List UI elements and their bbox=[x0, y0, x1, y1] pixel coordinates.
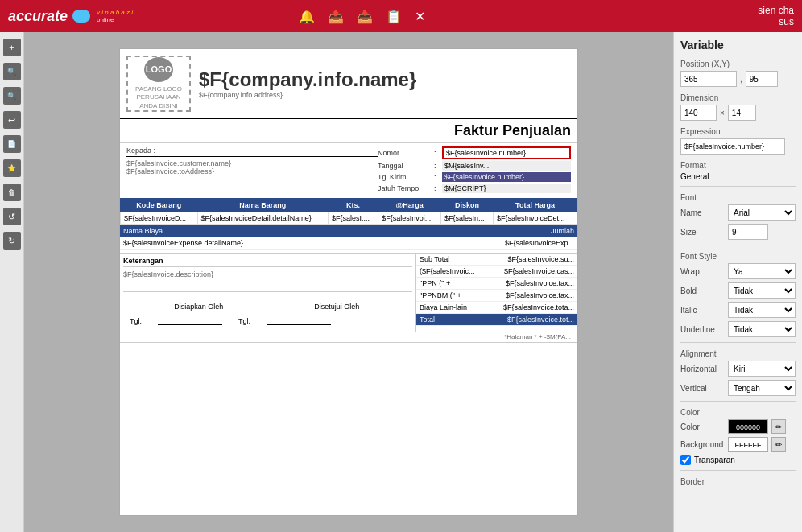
top-bar: accurate v i n a b a z i online 🔔 📤 📥 📋 … bbox=[0, 0, 802, 32]
format-label: Format bbox=[680, 161, 796, 170]
dimension-row: × bbox=[680, 105, 796, 121]
main-layout: + 🔍 🔍 ↩ 📄 ⭐ 🗑 ↺ ↻ LOGO PASANG LOGO PERUS… bbox=[0, 32, 802, 532]
cloud-icon bbox=[72, 10, 90, 23]
kepada-label: Kepada : bbox=[126, 146, 378, 157]
keterangan-var: $F{salesInvoice.description} bbox=[123, 270, 412, 278]
col-kode: Kode Barang bbox=[121, 199, 198, 212]
keterangan-label: Keterangan bbox=[123, 257, 412, 265]
sidebar-star-btn[interactable]: ⭐ bbox=[3, 159, 21, 177]
color-picker-btn[interactable]: ✏ bbox=[771, 419, 786, 434]
position-row: , bbox=[680, 71, 796, 87]
invoice-title-section: Faktur Penjualan bbox=[120, 119, 577, 143]
toolbar-import-icon[interactable]: 📥 bbox=[357, 9, 373, 24]
format-row: General bbox=[680, 172, 796, 181]
dimension-label: Dimension bbox=[680, 93, 796, 102]
sidebar-rotate-right-btn[interactable]: ↻ bbox=[3, 232, 21, 250]
toolbar-icons: 🔔 📤 📥 📋 ✕ bbox=[299, 9, 425, 24]
tglkirim-colon: : bbox=[434, 173, 442, 181]
sidebar-undo-btn[interactable]: ↩ bbox=[3, 111, 21, 129]
total-row-ppnbm: "PPNBM (" + $F{salesInvoice.tax... bbox=[416, 290, 577, 302]
tanggal-value: $M{salesInv... bbox=[442, 161, 571, 171]
cash-label: ($F{salesInvoic... bbox=[420, 267, 475, 275]
dimension-w-input[interactable] bbox=[680, 105, 717, 121]
font-size-input[interactable] bbox=[728, 224, 768, 240]
toolbar-close-icon[interactable]: ✕ bbox=[415, 9, 425, 24]
col-harga: @Harga bbox=[378, 199, 441, 212]
keterangan-divider bbox=[123, 266, 412, 267]
signatures-area: Disiapkan Oleh Disetujui Oleh Tgl. Tgl. bbox=[123, 291, 412, 328]
vertical-select[interactable]: Tengah Atas Bawah bbox=[728, 380, 796, 396]
invoice-to: Kepada : $F{salesInvoice.customer.name} … bbox=[126, 146, 378, 195]
sig-disiapkan: Disiapkan Oleh bbox=[159, 299, 239, 311]
tglkirim-label: Tgl Kirim bbox=[378, 173, 434, 181]
dimension-h-input[interactable] bbox=[728, 105, 756, 121]
color-value: 000000 bbox=[736, 423, 760, 431]
invoice-fields: Nomor : $F{salesInvoice.number} Tanggal … bbox=[378, 146, 571, 195]
total-value: $F{salesInvoice.tot... bbox=[507, 315, 574, 324]
sidebar-add-btn[interactable]: + bbox=[3, 39, 21, 56]
expression-input[interactable] bbox=[680, 138, 785, 155]
ppnbm-label: "PPNBM (" + bbox=[420, 291, 461, 299]
subtotal-label: Sub Total bbox=[420, 255, 449, 263]
background-color-picker-btn[interactable]: ✏ bbox=[771, 437, 786, 452]
invoice-title: Faktur Penjualan bbox=[126, 122, 571, 139]
nomor-colon: : bbox=[434, 149, 442, 157]
bold-select[interactable]: Tidak Ya bbox=[728, 282, 796, 299]
transparent-checkbox[interactable] bbox=[680, 455, 691, 465]
placeholder-line1: PASANG LOGO bbox=[135, 85, 182, 93]
nomor-value: $F{salesInvoice.number} bbox=[442, 146, 571, 159]
left-sidebar: + 🔍 🔍 ↩ 📄 ⭐ 🗑 ↺ ↻ bbox=[0, 32, 24, 532]
canvas-area[interactable]: LOGO PASANG LOGO PERUSAHAAN ANDA DISINI … bbox=[24, 32, 673, 532]
tgl-line1 bbox=[158, 317, 222, 325]
expense-header-right: Jumlah bbox=[551, 227, 574, 235]
ppn-value: $F{salesInvoice.tax... bbox=[506, 279, 574, 287]
placeholder-line2: PERUSAHAAN bbox=[135, 93, 182, 101]
font-size-row: Size bbox=[680, 224, 796, 240]
sidebar-rotate-left-btn[interactable]: ↺ bbox=[3, 208, 21, 225]
col-diskon: Diskon bbox=[440, 199, 493, 212]
page-info: *Halaman * + -$M{PA... bbox=[120, 332, 577, 342]
logo-circle: LOGO bbox=[144, 57, 173, 82]
position-y-input[interactable] bbox=[746, 71, 778, 87]
position-label: Position (X,Y) bbox=[680, 60, 796, 68]
color-section-label: Color bbox=[680, 408, 796, 417]
transparent-label: Transparan bbox=[694, 456, 735, 464]
sidebar-zoom-in-btn[interactable]: 🔍 bbox=[3, 63, 21, 80]
sidebar-zoom-out-btn[interactable]: 🔍 bbox=[3, 87, 21, 105]
sidebar-page-btn[interactable]: 📄 bbox=[3, 135, 21, 153]
expression-row bbox=[680, 138, 796, 155]
toolbar-bell-icon[interactable]: 🔔 bbox=[299, 9, 315, 24]
toolbar-clipboard-icon[interactable]: 📋 bbox=[386, 9, 402, 24]
items-table: Kode Barang Nama Barang Kts. @Harga Disk… bbox=[120, 198, 577, 225]
color-row: Color 000000 ✏ bbox=[680, 419, 796, 434]
biaya-label: Biaya Lain-lain bbox=[420, 303, 467, 311]
expense-value: $F{salesInvoiceExp... bbox=[505, 239, 574, 247]
format-value: General bbox=[680, 172, 709, 181]
sig-disetujui: Disetujui Oleh bbox=[296, 299, 377, 311]
toolbar-export-icon[interactable]: 📤 bbox=[328, 9, 344, 24]
cell-kode: $F{salesInvoiceD... bbox=[121, 212, 198, 225]
ppn-label: "PPN (" + bbox=[420, 279, 450, 287]
subtotal-value: $F{salesInvoice.su... bbox=[507, 255, 574, 263]
background-label: Background bbox=[680, 440, 725, 449]
underline-select[interactable]: Tidak Ya bbox=[728, 321, 796, 337]
biaya-value: $F{salesInvoice.tota... bbox=[503, 303, 574, 311]
color-box: 000000 bbox=[728, 419, 768, 434]
italic-select[interactable]: Tidak Ya bbox=[728, 302, 796, 318]
bottom-section: Keterangan $F{salesInvoice.description} … bbox=[120, 253, 577, 332]
position-x-input[interactable] bbox=[680, 71, 737, 87]
cell-kts: $F{salesI.... bbox=[328, 212, 378, 225]
footer-spacer bbox=[120, 342, 577, 358]
horizontal-select[interactable]: Kiri Tengah Kanan bbox=[728, 361, 796, 377]
jatuhtempo-label: Jatuh Tempo bbox=[378, 184, 434, 192]
tgl-label1: Tgl. bbox=[130, 317, 142, 325]
invoice-meta: Kepada : $F{salesInvoice.customer.name} … bbox=[120, 143, 577, 198]
wrap-select[interactable]: Ya Tidak bbox=[728, 263, 796, 279]
field-row-tglkirim: Tgl Kirim : $F{salesInvoice.number} bbox=[378, 172, 571, 182]
invoice-paper: LOGO PASANG LOGO PERUSAHAAN ANDA DISINI … bbox=[119, 48, 578, 516]
total-row-total: Total $F{salesInvoice.tot... bbox=[416, 314, 577, 326]
underline-row: Underline Tidak Ya bbox=[680, 321, 796, 337]
font-name-row: Name Arial bbox=[680, 204, 796, 221]
font-name-select[interactable]: Arial bbox=[728, 204, 796, 221]
sidebar-delete-btn[interactable]: 🗑 bbox=[3, 184, 21, 201]
